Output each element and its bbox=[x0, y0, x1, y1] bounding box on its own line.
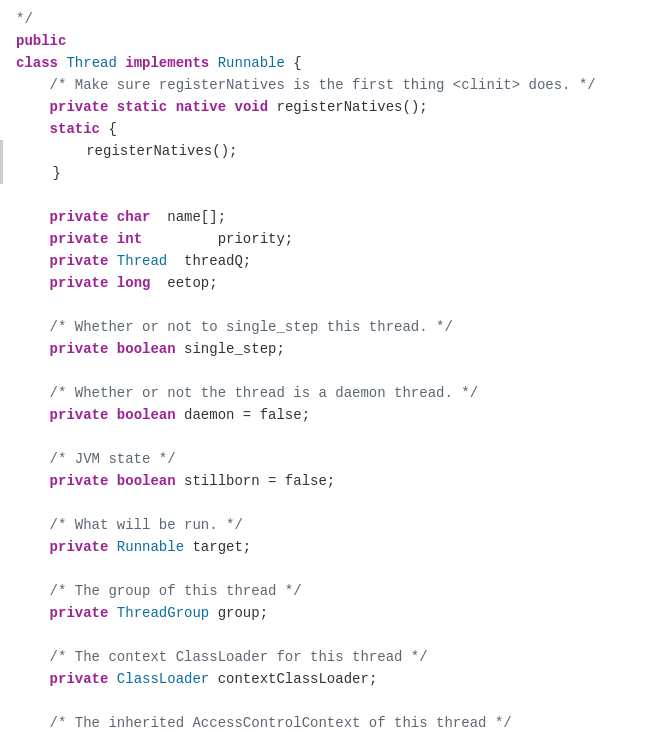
code-line bbox=[0, 184, 666, 206]
keyword: void bbox=[234, 96, 268, 118]
code-line: private boolean stillborn = false; bbox=[0, 470, 666, 492]
code-text bbox=[108, 470, 116, 492]
code-line bbox=[0, 690, 666, 712]
code-line: private ThreadGroup group; bbox=[0, 602, 666, 624]
type-ref: Runnable bbox=[117, 536, 184, 558]
code-line: private int priority; bbox=[0, 228, 666, 250]
code-editor: */ public class Thread implements Runnab… bbox=[0, 0, 666, 732]
type-ref: ClassLoader bbox=[117, 668, 209, 690]
code-line: private Runnable target; bbox=[0, 536, 666, 558]
code-line bbox=[0, 492, 666, 514]
keyword: private bbox=[16, 338, 108, 360]
comment-text: /* Make sure registerNatives is the firs… bbox=[16, 74, 596, 96]
code-text: threadQ; bbox=[167, 250, 251, 272]
code-line: private Thread threadQ; bbox=[0, 250, 666, 272]
keyword: private bbox=[16, 668, 108, 690]
code-line: } bbox=[0, 162, 666, 184]
code-text bbox=[108, 338, 116, 360]
code-line bbox=[0, 558, 666, 580]
keyword: private bbox=[16, 602, 108, 624]
code-text bbox=[108, 96, 116, 118]
code-text bbox=[226, 96, 234, 118]
code-text bbox=[117, 52, 125, 74]
code-text: stillborn = false; bbox=[176, 470, 336, 492]
code-text: contextClassLoader; bbox=[209, 668, 377, 690]
comment-text: /* The group of this thread */ bbox=[16, 580, 302, 602]
code-text: registerNatives(); bbox=[19, 140, 237, 162]
keyword: private bbox=[16, 404, 108, 426]
code-line: static { bbox=[0, 118, 666, 140]
code-text: group; bbox=[209, 602, 268, 624]
code-line: /* Whether or not the thread is a daemon… bbox=[0, 382, 666, 404]
keyword: private bbox=[16, 96, 108, 118]
comment-text: /* The context ClassLoader for this thre… bbox=[16, 646, 428, 668]
keyword: private bbox=[16, 470, 108, 492]
code-text: { bbox=[100, 118, 117, 140]
code-text bbox=[58, 52, 66, 74]
comment-text: /* What will be run. */ bbox=[16, 514, 243, 536]
code-line: private long eetop; bbox=[0, 272, 666, 294]
code-line: private boolean single_step; bbox=[0, 338, 666, 360]
comment-text: /* JVM state */ bbox=[16, 448, 176, 470]
keyword: implements bbox=[125, 52, 209, 74]
code-text: target; bbox=[184, 536, 251, 558]
keyword: boolean bbox=[117, 338, 176, 360]
keyword: native bbox=[176, 96, 226, 118]
code-line: public bbox=[0, 30, 666, 52]
code-line: */ bbox=[0, 8, 666, 30]
comment-text: /* Whether or not the thread is a daemon… bbox=[16, 382, 478, 404]
keyword: boolean bbox=[117, 470, 176, 492]
code-line: registerNatives(); bbox=[0, 140, 666, 162]
keyword: long bbox=[117, 272, 151, 294]
code-line bbox=[0, 426, 666, 448]
code-text: registerNatives(); bbox=[268, 96, 428, 118]
keyword: boolean bbox=[117, 404, 176, 426]
code-text: */ bbox=[16, 8, 33, 30]
code-text: { bbox=[285, 52, 302, 74]
type-ref: ThreadGroup bbox=[117, 602, 209, 624]
code-line bbox=[0, 360, 666, 382]
code-line: private static native void registerNativ… bbox=[0, 96, 666, 118]
code-text bbox=[108, 536, 116, 558]
code-line: /* The context ClassLoader for this thre… bbox=[0, 646, 666, 668]
comment-text: /* Whether or not to single_step this th… bbox=[16, 316, 453, 338]
code-text: daemon = false; bbox=[176, 404, 310, 426]
code-text: priority; bbox=[142, 228, 293, 250]
code-text: single_step; bbox=[176, 338, 285, 360]
code-text bbox=[108, 206, 116, 228]
code-line: private char name[]; bbox=[0, 206, 666, 228]
keyword: char bbox=[117, 206, 151, 228]
keyword: private bbox=[16, 228, 108, 250]
code-line: /* Make sure registerNatives is the firs… bbox=[0, 74, 666, 96]
code-text bbox=[108, 250, 116, 272]
keyword: public bbox=[16, 30, 66, 52]
code-line bbox=[0, 294, 666, 316]
code-text bbox=[209, 52, 217, 74]
code-text: } bbox=[19, 162, 61, 184]
code-line: /* What will be run. */ bbox=[0, 514, 666, 536]
code-line: /* Whether or not to single_step this th… bbox=[0, 316, 666, 338]
code-line: /* The group of this thread */ bbox=[0, 580, 666, 602]
code-line: /* The inherited AccessControlContext of… bbox=[0, 712, 666, 732]
keyword: private bbox=[16, 536, 108, 558]
keyword: int bbox=[117, 228, 142, 250]
code-text bbox=[108, 228, 116, 250]
keyword: private bbox=[16, 250, 108, 272]
code-line: class Thread implements Runnable { bbox=[0, 52, 666, 74]
code-text: name[]; bbox=[150, 206, 226, 228]
keyword: private bbox=[16, 272, 108, 294]
code-line: private ClassLoader contextClassLoader; bbox=[0, 668, 666, 690]
code-text bbox=[167, 96, 175, 118]
code-line: /* JVM state */ bbox=[0, 448, 666, 470]
code-line bbox=[0, 624, 666, 646]
comment-text: /* The inherited AccessControlContext of… bbox=[16, 712, 512, 732]
keyword: static bbox=[16, 118, 100, 140]
code-line: private boolean daemon = false; bbox=[0, 404, 666, 426]
code-text: eetop; bbox=[150, 272, 217, 294]
keyword: static bbox=[117, 96, 167, 118]
keyword: class bbox=[16, 52, 58, 74]
code-text bbox=[108, 404, 116, 426]
keyword: private bbox=[16, 206, 108, 228]
code-text bbox=[108, 602, 116, 624]
class-name: Thread bbox=[66, 52, 116, 74]
